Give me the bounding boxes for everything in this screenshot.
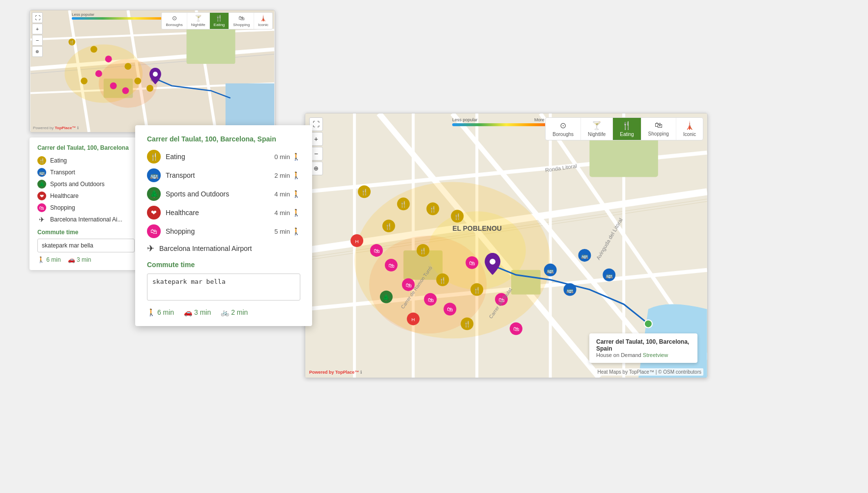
sidebar-commute-input[interactable] — [37, 239, 135, 252]
svg-text:🚌: 🚌 — [581, 252, 588, 259]
info-transport-label: Transport — [166, 171, 274, 179]
small-tab-shopping[interactable]: 🛍Shopping — [229, 13, 254, 29]
info-address: Carrer del Taulat, 100, Barcelona, Spain — [147, 135, 300, 143]
fullscreen-btn[interactable]: ⛶ — [32, 12, 43, 23]
info-eating-time: 0 min 🚶 — [274, 153, 300, 161]
map-info-box: Carrer del Taulat, 100, Barcelona, Spain… — [589, 333, 697, 363]
info-transport-time: 2 min 🚶 — [274, 171, 300, 179]
svg-point-97 — [490, 259, 495, 265]
svg-text:🛍: 🛍 — [469, 260, 475, 267]
sidebar-airport: ✈ Barcelona International Ai... — [37, 215, 135, 224]
info-eating-icon: 🍴 — [147, 150, 161, 164]
iconic-tab-icon: 🗼 — [685, 121, 694, 130]
svg-text:🚌: 🚌 — [547, 267, 554, 274]
info-healthcare-label: Healthcare — [166, 209, 274, 217]
small-tab-nightlife[interactable]: 🍸Nightlife — [187, 13, 210, 29]
svg-text:🌲: 🌲 — [382, 294, 390, 301]
sidebar-transport: 🚌 Transport — [37, 168, 135, 177]
nightlife-tab-label: Nightlife — [588, 132, 606, 137]
info-shopping-row: 🛍 Shopping 5 min 🚶 — [147, 224, 300, 238]
main-map: 🍴 🍴 🍴 🍴 🍴 🍴 🍴 🍴 🍴 🛍 🛍 🛍 🛍 🛍 🛍 — [305, 113, 708, 378]
small-tab-iconic[interactable]: 🗼Iconic — [254, 13, 272, 29]
streetview-link[interactable]: Streetview — [643, 352, 668, 358]
sidebar-address: Carrer del Taulat, 100, Barcelona — [37, 144, 135, 151]
small-map-controls: ⛶ + − ⊕ — [32, 12, 43, 57]
svg-point-16 — [105, 55, 112, 62]
airport-icon: ✈ — [37, 215, 46, 224]
main-tab-bar: ⊙ Boroughs 🍸 Nightlife 🍴 Eating 🛍 Shoppi… — [545, 117, 703, 140]
eating-tab-icon: 🍴 — [622, 121, 632, 130]
info-commute-title: Commute time — [147, 261, 300, 269]
shopping-tab-icon: 🛍 — [655, 121, 663, 130]
sidebar-healthcare-label: Healthcare — [50, 192, 79, 199]
small-tab-boroughs[interactable]: ⊙Boroughs — [162, 13, 187, 29]
less-popular-label: Less popular — [452, 117, 478, 122]
map-info-address: Carrer del Taulat, 100, Barcelona, Spain — [596, 338, 691, 352]
info-sports-row: 🌲 Sports and Outdoors 4 min 🚶 — [147, 187, 300, 201]
svg-text:EL POBLENOU: EL POBLENOU — [452, 224, 501, 232]
tab-boroughs[interactable]: ⊙ Boroughs — [546, 118, 581, 140]
sidebar-shopping-label: Shopping — [50, 204, 75, 211]
svg-text:H: H — [355, 239, 359, 244]
iconic-tab-label: Iconic — [683, 132, 696, 137]
info-commute-input[interactable]: skatepark mar bella — [147, 274, 300, 301]
svg-text:🍴: 🍴 — [429, 205, 436, 213]
info-sports-icon: 🌲 — [147, 187, 161, 201]
shopping-icon: 🛍 — [37, 203, 46, 212]
sidebar-commute-title: Commute time — [37, 229, 135, 236]
svg-text:🍴: 🍴 — [454, 213, 461, 220]
sidebar-sports: 🌲 Sports and Outdoors — [37, 180, 135, 189]
info-drive-time: 🚗 3 min — [184, 308, 211, 316]
svg-point-15 — [90, 46, 97, 53]
transport-icon: 🚌 — [37, 168, 46, 177]
main-powered-by: Powered by TopPlace™ ℹ — [309, 370, 362, 375]
zoom-in-btn-small[interactable]: + — [32, 24, 43, 34]
small-map: 🍴 ⛶ + − ⊕ Less popularMore popular ⊙Boro… — [29, 10, 275, 133]
svg-point-47 — [644, 320, 652, 328]
info-panel: Carrer del Taulat, 100, Barcelona, Spain… — [135, 125, 312, 326]
measure-btn-small[interactable]: ⊕ — [32, 46, 43, 57]
info-shopping-icon: 🛍 — [147, 224, 161, 238]
info-healthcare-time: 4 min 🚶 — [274, 209, 300, 217]
svg-text:H: H — [411, 317, 415, 322]
tab-iconic[interactable]: 🗼 Iconic — [676, 118, 703, 140]
info-transport-row: 🚌 Transport 2 min 🚶 — [147, 168, 300, 182]
small-tab-eating[interactable]: 🍴Eating — [210, 13, 230, 29]
tab-eating[interactable]: 🍴 Eating — [613, 118, 641, 140]
airport-plane-icon: ✈ — [147, 243, 154, 254]
svg-text:🛍: 🛍 — [447, 306, 453, 313]
svg-text:🛍: 🛍 — [513, 326, 519, 332]
svg-text:🚌: 🚌 — [606, 272, 613, 279]
svg-point-19 — [110, 82, 117, 89]
sidebar-transport-label: Transport — [50, 169, 75, 176]
sidebar-eating-label: Eating — [50, 157, 67, 164]
svg-point-23 — [124, 63, 131, 70]
info-airport-label: Barcelona International Airport — [159, 245, 252, 252]
svg-point-25 — [153, 72, 158, 77]
svg-point-18 — [81, 78, 87, 84]
info-airport-row: ✈ Barcelona International Airport — [147, 243, 300, 254]
sidebar-shopping: 🛍 Shopping — [37, 203, 135, 212]
svg-point-22 — [146, 85, 153, 92]
sidebar-drive-time: 🚗 3 min — [68, 256, 91, 263]
nightlife-tab-icon: 🍸 — [592, 121, 602, 130]
tab-shopping[interactable]: 🛍 Shopping — [641, 118, 676, 140]
map-attribution: Heat Maps by TopPlace™ | © OSM contribut… — [595, 368, 703, 376]
small-tab-bar: ⊙Boroughs 🍸Nightlife 🍴Eating 🛍Shopping 🗼… — [161, 12, 273, 29]
svg-text:🍴: 🍴 — [361, 188, 368, 195]
svg-text:🛍: 🛍 — [405, 282, 411, 289]
map-info-type: House on Demand Streetview — [596, 352, 691, 358]
info-sports-label: Sports and Outdoors — [166, 190, 274, 198]
sidebar-commute-times: 🚶 6 min 🚗 3 min — [37, 256, 135, 263]
tab-nightlife[interactable]: 🍸 Nightlife — [581, 118, 613, 140]
svg-text:🍴: 🍴 — [69, 40, 74, 45]
svg-text:🚌: 🚌 — [566, 286, 574, 294]
sidebar-panel: Carrer del Taulat, 100, Barcelona 🍴 Eati… — [29, 137, 143, 270]
svg-point-21 — [134, 78, 141, 84]
eating-icon: 🍴 — [37, 156, 46, 165]
healthcare-icon: ❤ — [37, 192, 46, 200]
info-transport-icon: 🚌 — [147, 168, 161, 182]
zoom-out-btn-small[interactable]: − — [32, 35, 43, 46]
eating-tab-label: Eating — [620, 132, 634, 137]
sidebar-healthcare: ❤ Healthcare — [37, 192, 135, 200]
